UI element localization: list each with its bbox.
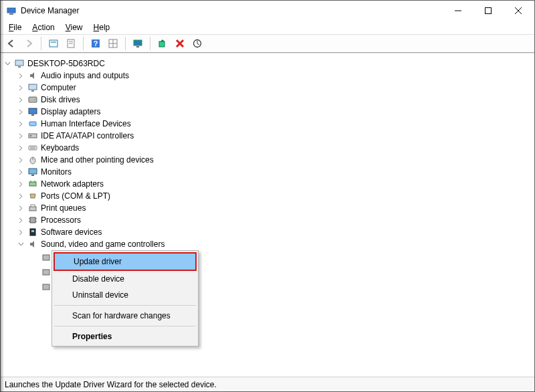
chevron-icon[interactable] xyxy=(17,240,25,248)
category-label: Mice and other pointing devices xyxy=(41,155,154,165)
chevron-icon[interactable] xyxy=(17,84,25,92)
chevron-icon[interactable] xyxy=(17,216,25,224)
tree-category[interactable]: Software devices xyxy=(17,226,533,238)
update-driver-button[interactable] xyxy=(154,35,171,52)
chevron-icon[interactable] xyxy=(17,168,25,176)
chevron-icon[interactable] xyxy=(30,283,38,291)
tree-category[interactable]: IDE ATA/ATAPI controllers xyxy=(17,130,533,142)
svg-rect-51 xyxy=(31,230,34,232)
menu-help[interactable]: Help xyxy=(90,22,114,33)
svg-point-27 xyxy=(34,99,35,100)
ctx-disable-device[interactable]: Disable device xyxy=(54,271,197,287)
ctx-scan-hardware[interactable]: Scan for hardware changes xyxy=(54,308,197,324)
svg-rect-31 xyxy=(29,134,37,138)
chevron-icon[interactable] xyxy=(17,156,25,164)
chevron-icon[interactable] xyxy=(17,108,25,116)
svg-rect-3 xyxy=(485,8,491,14)
tree-category[interactable]: Keyboards xyxy=(17,142,533,154)
svg-rect-18 xyxy=(159,41,165,47)
chevron-icon[interactable] xyxy=(17,132,25,140)
chevron-icon[interactable] xyxy=(17,96,25,104)
category-label: Print queues xyxy=(41,203,86,213)
svg-rect-1 xyxy=(9,13,13,15)
controller-icon xyxy=(41,252,51,263)
chevron-icon[interactable] xyxy=(17,144,25,152)
help-button[interactable]: ? xyxy=(88,35,104,52)
tree-category[interactable]: Network adapters xyxy=(17,178,533,190)
toolbar: ? xyxy=(1,34,534,53)
chevron-icon[interactable] xyxy=(17,228,25,236)
properties-button[interactable] xyxy=(63,35,79,52)
tree-category[interactable]: Ports (COM & LPT) xyxy=(17,190,533,202)
maximize-button[interactable] xyxy=(473,1,503,20)
monitor-button[interactable] xyxy=(130,35,146,52)
svg-rect-52 xyxy=(43,255,49,260)
chevron-icon[interactable] xyxy=(17,180,25,188)
titlebar: Device Manager xyxy=(1,1,534,21)
chevron-icon[interactable] xyxy=(17,204,25,212)
category-label: Processors xyxy=(41,215,81,225)
svg-rect-54 xyxy=(43,284,49,290)
svg-rect-26 xyxy=(29,97,37,102)
app-icon xyxy=(6,5,17,16)
category-icon xyxy=(27,227,38,237)
svg-rect-0 xyxy=(7,8,15,13)
tree-panel[interactable]: DESKTOP-5D63RDC Audio inputs and outputs… xyxy=(1,53,534,377)
category-label: Disk drives xyxy=(41,95,80,104)
tree-category[interactable]: Print queues xyxy=(17,202,533,214)
category-icon xyxy=(27,106,38,117)
svg-rect-17 xyxy=(136,46,139,47)
category-label: Computer xyxy=(41,83,76,92)
ctx-update-driver[interactable]: Update driver xyxy=(54,252,197,271)
remove-button[interactable] xyxy=(172,35,188,52)
tree-category[interactable]: Audio inputs and outputs xyxy=(17,70,533,82)
category-icon xyxy=(27,203,38,213)
show-hidden-button[interactable] xyxy=(45,35,62,52)
scan-button[interactable] xyxy=(189,35,205,52)
category-icon xyxy=(27,167,38,177)
tree-category[interactable]: Human Interface Devices xyxy=(17,118,533,130)
minimize-button[interactable] xyxy=(443,1,473,20)
menu-view[interactable]: View xyxy=(62,22,87,33)
category-icon xyxy=(27,191,38,201)
tree-category[interactable]: Processors xyxy=(17,214,533,226)
svg-rect-22 xyxy=(15,60,23,66)
chevron-icon[interactable] xyxy=(30,268,38,276)
category-label: Audio inputs and outputs xyxy=(41,71,129,80)
category-label: Display adapters xyxy=(41,107,100,116)
ctx-properties[interactable]: Properties xyxy=(54,328,197,345)
tree-category[interactable]: Display adapters xyxy=(17,106,533,118)
category-label: Monitors xyxy=(41,167,72,177)
ctx-uninstall-device[interactable]: Uninstall device xyxy=(54,287,197,303)
tree-category[interactable]: Monitors xyxy=(17,166,533,178)
tree-root-label: DESKTOP-5D63RDC xyxy=(27,59,105,68)
menubar: File Action View Help xyxy=(1,21,534,34)
svg-rect-16 xyxy=(134,40,142,45)
tree-category[interactable]: Disk drives xyxy=(17,94,533,106)
category-label: Keyboards xyxy=(41,143,79,153)
svg-rect-43 xyxy=(29,207,36,211)
ctx-separator xyxy=(54,305,196,306)
menu-action[interactable]: Action xyxy=(28,22,58,33)
tree-root[interactable]: DESKTOP-5D63RDC xyxy=(3,58,533,70)
grid-button[interactable] xyxy=(105,35,121,52)
svg-rect-30 xyxy=(29,122,36,126)
menu-file[interactable]: File xyxy=(5,22,25,33)
chevron-icon[interactable] xyxy=(17,192,25,200)
svg-rect-53 xyxy=(43,270,49,275)
chevron-icon[interactable] xyxy=(30,254,38,262)
window-title: Device Manager xyxy=(21,6,79,15)
close-button[interactable] xyxy=(503,1,533,20)
tree-category[interactable]: Computer xyxy=(17,82,533,94)
svg-rect-32 xyxy=(30,135,31,136)
chevron-down-icon[interactable] xyxy=(3,60,11,68)
category-label: Software devices xyxy=(41,227,102,237)
category-icon xyxy=(27,239,38,250)
back-button[interactable] xyxy=(3,35,19,52)
chevron-icon[interactable] xyxy=(17,72,25,80)
adapter-icon xyxy=(41,267,51,278)
chevron-icon[interactable] xyxy=(17,120,25,128)
tree-category[interactable]: Mice and other pointing devices xyxy=(17,154,533,166)
forward-button[interactable] xyxy=(21,35,37,52)
tree-category[interactable]: Sound, video and game controllers xyxy=(17,238,533,250)
